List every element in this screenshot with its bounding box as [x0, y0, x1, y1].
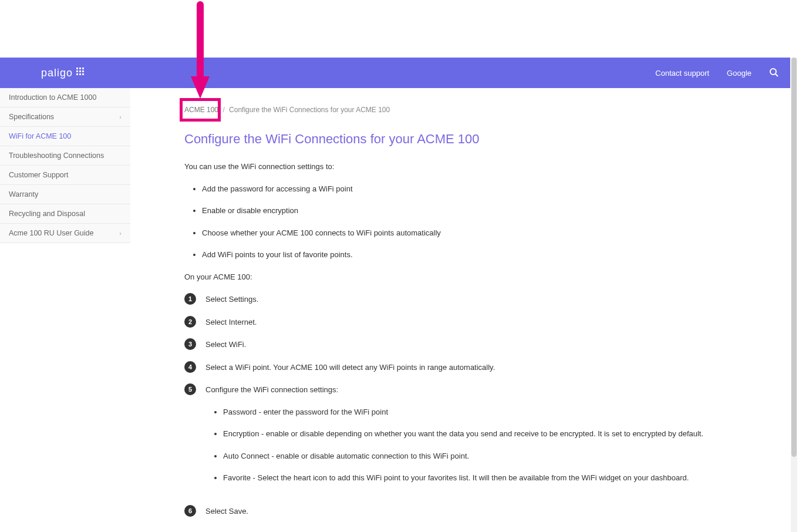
step-item: 2 Select Internet. [184, 316, 767, 328]
sidebar-item-wifi[interactable]: WiFi for ACME 100 [0, 127, 130, 146]
svg-point-2 [770, 69, 776, 75]
list-item: Add WiFi points to your list of favorite… [202, 249, 767, 261]
step-text-line: Configure the WiFi connection settings: [205, 384, 767, 396]
step-text: Select Save. [205, 505, 767, 517]
sidebar-item-label: WiFi for ACME 100 [9, 132, 71, 140]
sidebar-nav: Introduction to ACME 1000 Specifications… [0, 88, 130, 243]
step-number-badge: 2 [184, 316, 196, 328]
list-item: Favorite - Select the heart icon to add … [223, 472, 767, 484]
search-icon[interactable] [769, 68, 778, 79]
svg-line-3 [776, 74, 778, 76]
main-content: ACME 100 / Configure the WiFi Connection… [130, 88, 790, 532]
intro-paragraph: You can use the WiFi connection settings… [184, 161, 767, 173]
list-item: Enable or disable encryption [202, 205, 767, 217]
list-item: Password - enter the password for the Wi… [223, 406, 767, 418]
blank-top-area [0, 0, 799, 58]
breadcrumb: ACME 100 / Configure the WiFi Connection… [184, 106, 767, 114]
list-item: Auto Connect - enable or disable automat… [223, 450, 767, 462]
sidebar-item-label: Acme 100 RU User Guide [9, 229, 94, 237]
google-link[interactable]: Google [727, 69, 751, 78]
vertical-scrollbar[interactable] [791, 58, 797, 532]
chevron-right-icon: › [119, 113, 122, 120]
annotation-arrow [191, 0, 210, 100]
breadcrumb-separator: / [222, 106, 224, 114]
sidebar-item-label: Introduction to ACME 1000 [9, 93, 96, 102]
sidebar-item-label: Troubleshooting Connections [9, 151, 104, 160]
sidebar-item-specifications[interactable]: Specifications › [0, 107, 130, 127]
sidebar-item-warranty[interactable]: Warranty [0, 185, 130, 204]
sidebar-item-ru-guide[interactable]: Acme 100 RU User Guide › [0, 224, 130, 243]
scrollbar-thumb[interactable] [791, 58, 797, 457]
sidebar-item-label: Recycling and Disposal [9, 210, 85, 218]
sidebar-item-recycling[interactable]: Recycling and Disposal [0, 204, 130, 224]
sidebar-item-troubleshooting[interactable]: Troubleshooting Connections [0, 146, 130, 166]
top-header: paligo Contact support Google [0, 58, 790, 88]
step-number-badge: 1 [184, 293, 196, 305]
logo-dots-icon [76, 68, 84, 75]
logo-text: paligo [41, 67, 73, 79]
step-number-badge: 3 [184, 338, 196, 350]
sidebar-item-label: Warranty [9, 190, 38, 198]
sidebar-item-customer-support[interactable]: Customer Support [0, 166, 130, 185]
step-item: 5 Configure the WiFi connection settings… [184, 383, 767, 494]
list-item: Encryption - enable or disable depending… [223, 428, 767, 440]
sidebar-item-introduction[interactable]: Introduction to ACME 1000 [0, 88, 130, 107]
step-item: 1 Select Settings. [184, 293, 767, 305]
step-number-badge: 4 [184, 361, 196, 373]
logo[interactable]: paligo [41, 67, 84, 79]
breadcrumb-current: Configure the WiFi Connections for your … [229, 106, 390, 114]
intro-bullet-list: Add the password for accessing a WiFi po… [202, 183, 767, 261]
step-item: 6 Select Save. [184, 505, 767, 517]
step-text: Configure the WiFi connection settings: … [205, 383, 767, 494]
step-item: 3 Select WiFi. [184, 338, 767, 351]
sidebar-item-label: Specifications [9, 113, 54, 121]
list-item: Add the password for accessing a WiFi po… [202, 183, 767, 195]
step-number-badge: 6 [184, 505, 196, 517]
step-number-badge: 5 [184, 383, 196, 395]
step-text: Select Internet. [205, 316, 767, 328]
page-title: Configure the WiFi Connections for your … [184, 132, 767, 147]
sidebar-item-label: Customer Support [9, 171, 68, 179]
step-text: Select a WiFi point. Your ACME 100 will … [205, 361, 767, 373]
chevron-right-icon: › [119, 230, 122, 237]
step5-bullet-list: Password - enter the password for the Wi… [223, 406, 767, 484]
on-device-paragraph: On your ACME 100: [184, 271, 767, 283]
numbered-steps: 1 Select Settings. 2 Select Internet. 3 … [184, 293, 767, 517]
step-text: Select WiFi. [205, 338, 767, 351]
contact-support-link[interactable]: Contact support [655, 69, 709, 78]
list-item: Choose whether your ACME 100 connects to… [202, 227, 767, 239]
step-text: Select Settings. [205, 293, 767, 305]
annotation-highlight-box [180, 98, 221, 122]
step-item: 4 Select a WiFi point. Your ACME 100 wil… [184, 361, 767, 373]
svg-marker-1 [191, 76, 210, 99]
